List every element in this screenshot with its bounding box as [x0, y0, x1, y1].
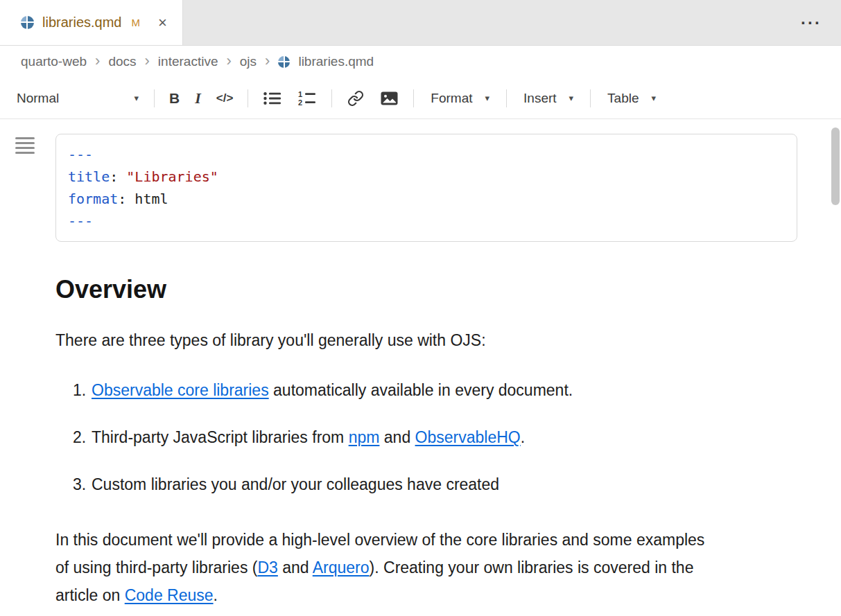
list-item-text: Third-party JavaScript libraries from np… — [92, 426, 525, 448]
yaml-metadata-block[interactable]: --- title: "Libraries" format: html --- — [55, 134, 797, 242]
drag-handle-icon[interactable] — [15, 137, 35, 157]
close-icon[interactable]: × — [158, 15, 167, 30]
breadcrumb-item-docs[interactable]: docs — [108, 54, 136, 69]
numbered-list-button[interactable]: 12 — [290, 85, 324, 112]
link-button[interactable] — [339, 85, 372, 112]
quarto-icon — [21, 16, 34, 29]
chevron-right-icon: › — [226, 53, 231, 69]
chevron-down-icon: ▾ — [485, 93, 490, 103]
bullet-list-button[interactable] — [255, 85, 290, 112]
link-observable-core-libraries[interactable]: Observable core libraries — [92, 381, 269, 399]
list-item: 3. Custom libraries you and/or your coll… — [55, 473, 799, 495]
closing-paragraph: In this document we'll provide a high-le… — [55, 526, 714, 609]
format-menu-label: Format — [431, 91, 472, 106]
list-item-number: 1. — [73, 379, 92, 401]
link-d3[interactable]: D3 — [257, 558, 277, 577]
numbered-list: 1. Observable core libraries automatical… — [55, 379, 799, 495]
format-menu[interactable]: Format ▾ — [421, 85, 499, 112]
list-item-text: Custom libraries you and/or your colleag… — [92, 473, 499, 495]
list-item: 2. Third-party JavaScript libraries from… — [55, 426, 799, 448]
toolbar-separator — [154, 89, 155, 107]
text-segment: . — [214, 586, 218, 604]
breadcrumb-item-interactive[interactable]: interactive — [158, 54, 218, 69]
text-segment: and — [278, 558, 313, 577]
text-segment: Third-party JavaScript libraries from — [92, 428, 349, 446]
toolbar-separator — [590, 89, 591, 107]
link-observablehq[interactable]: ObservableHQ — [415, 428, 521, 446]
yaml-separator: : — [110, 168, 126, 185]
breadcrumb-item-ojs[interactable]: ojs — [240, 54, 257, 69]
toolbar-separator — [413, 89, 414, 107]
list-item: 1. Observable core libraries automatical… — [55, 379, 799, 401]
quarto-icon — [278, 56, 290, 68]
chevron-down-icon: ▾ — [569, 93, 574, 103]
svg-text:2: 2 — [298, 98, 302, 106]
breadcrumb-item-libraries-qmd[interactable]: libraries.qmd — [298, 54, 374, 69]
bold-button[interactable]: B — [162, 85, 187, 112]
bullet-list-icon — [263, 91, 281, 105]
text-segment: . — [521, 428, 525, 446]
list-item-number: 2. — [73, 426, 92, 448]
table-menu-label: Table — [607, 91, 639, 106]
vertical-scrollbar-thumb[interactable] — [831, 127, 840, 205]
yaml-fence: --- — [68, 213, 93, 229]
chevron-right-icon: › — [95, 53, 100, 69]
chevron-right-icon: › — [145, 53, 150, 69]
toolbar-separator — [248, 89, 248, 107]
paragraph-style-label: Normal — [17, 91, 59, 106]
tab-bar: libraries.qmd M × ··· — [0, 0, 841, 46]
chevron-down-icon: ▾ — [134, 93, 139, 103]
code-button[interactable]: </> — [209, 85, 241, 112]
tab-libraries-qmd[interactable]: libraries.qmd M × — [0, 0, 183, 45]
git-modified-badge: M — [131, 17, 140, 28]
svg-text:1: 1 — [298, 91, 302, 98]
tab-title: libraries.qmd — [42, 15, 121, 30]
insert-menu-label: Insert — [523, 91, 557, 106]
image-icon — [381, 91, 398, 105]
table-menu[interactable]: Table ▾ — [598, 85, 666, 112]
toolbar-separator — [506, 89, 507, 107]
paragraph-style-dropdown[interactable]: Normal ▾ — [8, 85, 147, 112]
link-code-reuse[interactable]: Code Reuse — [125, 586, 214, 604]
insert-menu[interactable]: Insert ▾ — [514, 85, 583, 112]
list-item-number: 3. — [73, 473, 92, 495]
document-heading: Overview — [55, 275, 799, 304]
yaml-value-format: html — [135, 191, 168, 207]
yaml-key-title: title — [68, 168, 110, 185]
list-item-text: Observable core libraries automatically … — [92, 379, 573, 401]
breadcrumb: quarto-web › docs › interactive › ojs › … — [0, 46, 841, 78]
toolbar: Normal ▾ B I </> 12 Format ▾ Insert ▾ Ta… — [0, 78, 841, 119]
italic-button[interactable]: I — [187, 85, 209, 112]
yaml-separator: : — [118, 191, 135, 207]
editor-canvas[interactable]: --- title: "Libraries" format: html --- … — [0, 119, 841, 616]
text-segment: Custom libraries you and/or your colleag… — [92, 475, 499, 493]
intro-paragraph: There are three types of library you'll … — [55, 329, 770, 351]
chevron-right-icon: › — [265, 53, 270, 69]
image-button[interactable] — [372, 85, 406, 112]
text-segment: and — [379, 428, 415, 446]
link-arquero[interactable]: Arquero — [313, 558, 370, 577]
link-npm[interactable]: npm — [349, 428, 380, 446]
text-segment: automatically available in every documen… — [269, 381, 573, 399]
breadcrumb-item-quarto-web[interactable]: quarto-web — [21, 54, 87, 69]
chevron-down-icon: ▾ — [652, 93, 657, 103]
toolbar-separator — [331, 89, 332, 107]
link-icon — [347, 90, 364, 107]
yaml-key-format: format — [68, 191, 118, 207]
more-actions-icon[interactable]: ··· — [801, 15, 822, 31]
yaml-value-title: "Libraries" — [126, 168, 218, 185]
yaml-fence: --- — [68, 146, 93, 163]
numbered-list-icon: 12 — [298, 91, 316, 106]
